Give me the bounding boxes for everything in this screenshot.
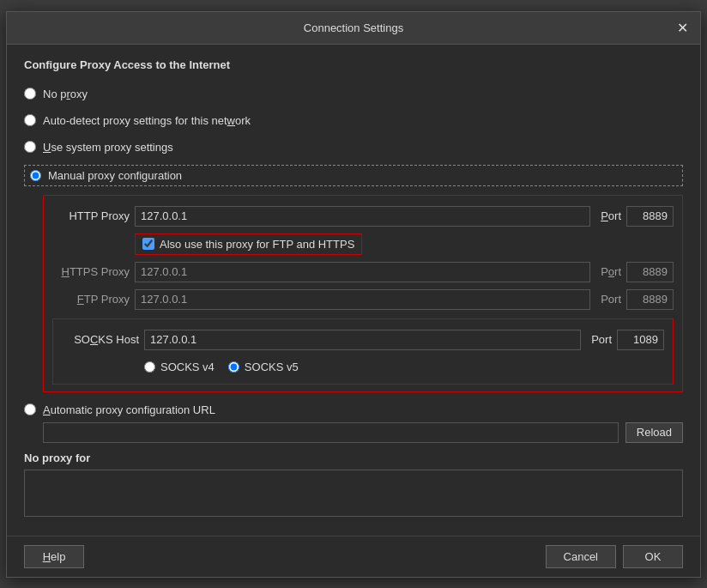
- auto-detect-radio[interactable]: [24, 114, 36, 126]
- ftp-proxy-input[interactable]: [135, 289, 590, 310]
- http-port-label: Port: [595, 209, 621, 222]
- also-use-checkbox[interactable]: [142, 238, 154, 250]
- socks-v4-option[interactable]: SOCKS v4: [144, 361, 215, 373]
- reload-button[interactable]: Reload: [625, 422, 683, 443]
- http-proxy-label: HTTP Proxy: [52, 209, 130, 222]
- no-proxy-textarea[interactable]: [24, 470, 683, 517]
- manual-proxy-section: HTTP Proxy Port Also use this proxy for …: [43, 195, 683, 392]
- no-proxy-label: No proxy: [43, 88, 88, 100]
- auto-detect-label: Auto-detect proxy settings for this netw…: [43, 114, 251, 127]
- socks-v4-label: SOCKS v4: [160, 361, 215, 373]
- ftp-port-label: Port: [595, 293, 621, 306]
- no-proxy-option[interactable]: No proxy: [24, 85, 683, 103]
- ok-button[interactable]: OK: [623, 545, 683, 568]
- auto-detect-option[interactable]: Auto-detect proxy settings for this netw…: [24, 112, 683, 130]
- ftp-port-input[interactable]: [626, 289, 674, 310]
- https-port-input[interactable]: [626, 262, 674, 282]
- connection-settings-dialog: Connection Settings ✕ Configure Proxy Ac…: [6, 11, 701, 578]
- socks-v4-radio[interactable]: [144, 361, 155, 373]
- socks-host-row: SOCKS Host Port: [62, 326, 664, 354]
- dialog-content: Configure Proxy Access to the Internet N…: [7, 45, 700, 536]
- no-proxy-for-label: No proxy for: [24, 452, 683, 464]
- system-proxy-option[interactable]: Use system proxy settings: [24, 138, 683, 156]
- socks-host-label: SOCKS Host: [62, 333, 139, 346]
- no-proxy-radio[interactable]: [24, 88, 36, 100]
- manual-proxy-option-row: Manual proxy configuration: [24, 165, 683, 186]
- button-bar: Help Cancel OK: [7, 536, 700, 577]
- auto-url-radio[interactable]: [24, 403, 36, 415]
- socks-version-row: SOCKS v4 SOCKS v5: [144, 357, 664, 377]
- dialog-title: Connection Settings: [304, 21, 403, 34]
- auto-url-label: Automatic proxy configuration URL: [43, 403, 215, 416]
- auto-url-row: Reload: [43, 422, 683, 443]
- ftp-proxy-row: FTP Proxy Port: [52, 286, 674, 313]
- socks-v5-label: SOCKS v5: [245, 361, 299, 373]
- also-use-label: Also use this proxy for FTP and HTTPS: [160, 238, 354, 251]
- section-title: Configure Proxy Access to the Internet: [24, 58, 683, 71]
- http-port-input[interactable]: [626, 206, 674, 227]
- https-proxy-row: HTTPS Proxy Port: [52, 258, 674, 286]
- socks-v5-radio[interactable]: [228, 361, 239, 373]
- auto-url-input[interactable]: [43, 422, 619, 443]
- http-proxy-row: HTTP Proxy Port: [52, 203, 674, 230]
- cancel-button[interactable]: Cancel: [546, 545, 616, 568]
- https-proxy-label: HTTPS Proxy: [52, 265, 130, 278]
- socks-port-label: Port: [586, 333, 612, 346]
- socks-section: SOCKS Host Port SOCKS v4 SOCKS v5: [52, 318, 674, 385]
- auto-url-option[interactable]: Automatic proxy configuration URL: [24, 401, 683, 419]
- title-bar: Connection Settings ✕: [7, 12, 700, 45]
- system-proxy-label: Use system proxy settings: [43, 141, 173, 154]
- socks-host-input[interactable]: [144, 330, 581, 350]
- also-use-box: Also use this proxy for FTP and HTTPS: [135, 233, 362, 255]
- manual-proxy-radio[interactable]: [30, 170, 41, 181]
- auto-url-section: Automatic proxy configuration URL Reload: [24, 401, 683, 443]
- close-button[interactable]: ✕: [673, 18, 692, 37]
- ftp-proxy-label: FTP Proxy: [52, 293, 130, 306]
- no-proxy-for-section: No proxy for: [24, 452, 683, 517]
- right-buttons: Cancel OK: [546, 545, 683, 568]
- manual-proxy-label: Manual proxy configuration: [48, 169, 182, 182]
- https-proxy-input[interactable]: [135, 262, 590, 282]
- help-button[interactable]: Help: [24, 545, 84, 568]
- system-proxy-radio[interactable]: [24, 141, 36, 153]
- socks-port-input[interactable]: [617, 330, 664, 350]
- https-port-label: Port: [595, 265, 621, 278]
- also-use-row: Also use this proxy for FTP and HTTPS: [135, 230, 674, 258]
- http-proxy-input[interactable]: [135, 206, 590, 227]
- socks-v5-option[interactable]: SOCKS v5: [228, 361, 299, 373]
